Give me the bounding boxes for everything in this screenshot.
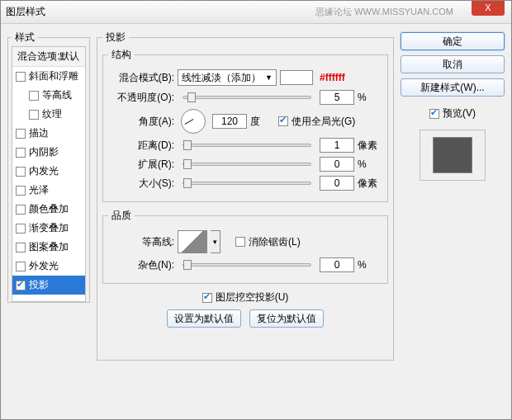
style-checkbox[interactable] xyxy=(16,224,26,234)
preview-swatch xyxy=(433,137,472,173)
style-label: 斜面和浮雕 xyxy=(29,69,78,83)
titlebar[interactable]: 图层样式 思缘论坛 WWW.MISSYUAN.COM X xyxy=(1,1,511,24)
quality-group: 品质 等高线: ▾ 消除锯齿(L) 杂色(N): 0 % xyxy=(102,209,388,284)
distance-slider[interactable] xyxy=(183,144,311,147)
percent-unit3: % xyxy=(358,259,382,271)
style-checkbox[interactable] xyxy=(16,129,26,139)
noise-input[interactable]: 0 xyxy=(320,257,354,272)
cancel-button[interactable]: 取消 xyxy=(401,55,505,73)
blend-mode-combo[interactable]: 线性减淡（添加） ▼ xyxy=(178,69,277,86)
structure-legend: 结构 xyxy=(108,48,135,62)
style-row-11[interactable]: 投影 xyxy=(12,276,85,295)
panel-title: 投影 xyxy=(102,31,129,45)
style-row-5[interactable]: 内发光 xyxy=(12,162,85,181)
knockout-checkbox[interactable] xyxy=(202,293,212,303)
style-list: 混合选项:默认 斜面和浮雕等高线纹理描边内阴影内发光光泽颜色叠加渐变叠加图案叠加… xyxy=(12,46,86,302)
style-checkbox[interactable] xyxy=(16,205,26,215)
ok-button[interactable]: 确定 xyxy=(401,32,505,50)
color-hex: #ffffff xyxy=(320,72,345,83)
spread-slider[interactable] xyxy=(183,163,311,166)
drop-shadow-panel: 投影 结构 混合模式(B): 线性减淡（添加） ▼ #ffffff 不透明度(O… xyxy=(97,31,394,361)
new-style-button[interactable]: 新建样式(W)... xyxy=(401,78,505,97)
set-default-button[interactable]: 设置为默认值 xyxy=(167,309,241,328)
size-input[interactable]: 0 xyxy=(320,176,354,191)
style-checkbox[interactable] xyxy=(16,262,26,271)
layer-style-dialog: 图层样式 思缘论坛 WWW.MISSYUAN.COM X 样式 混合选项:默认 … xyxy=(0,0,512,420)
style-checkbox[interactable] xyxy=(16,186,26,196)
noise-slider[interactable] xyxy=(183,263,311,267)
spread-label: 扩展(R): xyxy=(108,158,174,172)
style-label: 外发光 xyxy=(29,259,59,273)
style-label: 投影 xyxy=(29,278,49,292)
quality-legend: 品质 xyxy=(108,209,135,223)
style-row-7[interactable]: 颜色叠加 xyxy=(12,200,85,219)
distance-input[interactable]: 1 xyxy=(320,138,354,153)
style-checkbox[interactable] xyxy=(16,243,26,252)
style-row-3[interactable]: 描边 xyxy=(12,124,85,143)
angle-input[interactable]: 120 xyxy=(212,114,247,129)
style-label: 内发光 xyxy=(29,164,59,178)
style-label: 纹理 xyxy=(42,107,62,121)
watermark: 思缘论坛 WWW.MISSYUAN.COM xyxy=(315,6,453,18)
contour-label: 等高线: xyxy=(108,235,174,249)
style-row-8[interactable]: 渐变叠加 xyxy=(12,219,85,238)
opacity-label: 不透明度(O): xyxy=(108,91,174,105)
style-label: 颜色叠加 xyxy=(29,202,69,216)
chevron-down-icon: ▼ xyxy=(265,73,273,82)
style-label: 内阴影 xyxy=(29,145,59,159)
size-slider[interactable] xyxy=(183,182,311,185)
contour-arrow[interactable]: ▾ xyxy=(211,230,220,253)
style-row-9[interactable]: 图案叠加 xyxy=(12,238,85,257)
size-label: 大小(S): xyxy=(108,177,174,191)
style-checkbox[interactable] xyxy=(16,72,26,82)
style-checkbox[interactable] xyxy=(29,110,39,120)
antialias-label: 消除锯齿(L) xyxy=(249,235,301,249)
blend-mode-label: 混合模式(B): xyxy=(108,71,174,85)
global-light-checkbox[interactable] xyxy=(278,116,288,126)
style-checkbox[interactable] xyxy=(29,91,39,101)
knockout-label: 图层挖空投影(U) xyxy=(216,290,289,304)
blend-mode-value: 线性减淡（添加） xyxy=(182,71,261,85)
style-row-4[interactable]: 内阴影 xyxy=(12,143,85,162)
global-light-label: 使用全局光(G) xyxy=(292,115,355,129)
contour-picker[interactable] xyxy=(178,230,207,253)
spread-input[interactable]: 0 xyxy=(320,157,354,172)
style-row-1[interactable]: 等高线 xyxy=(12,86,85,105)
style-row-2[interactable]: 纹理 xyxy=(12,105,85,124)
blend-defaults[interactable]: 混合选项:默认 xyxy=(12,47,85,67)
opacity-slider[interactable] xyxy=(183,96,311,99)
angle-unit: 度 xyxy=(250,115,275,129)
style-label: 描边 xyxy=(29,126,49,140)
distance-label: 距离(D): xyxy=(108,139,174,153)
style-row-0[interactable]: 斜面和浮雕 xyxy=(12,67,85,86)
close-button[interactable]: X xyxy=(472,1,505,16)
preview-checkbox[interactable] xyxy=(429,109,439,119)
structure-group: 结构 混合模式(B): 线性减淡（添加） ▼ #ffffff 不透明度(O): xyxy=(102,48,388,202)
style-label: 等高线 xyxy=(42,88,72,102)
percent-unit: % xyxy=(358,92,382,103)
reset-default-button[interactable]: 复位为默认值 xyxy=(249,309,324,328)
style-checkbox[interactable] xyxy=(16,167,26,177)
angle-label: 角度(A): xyxy=(108,115,174,129)
pixel-unit: 像素 xyxy=(358,139,382,153)
opacity-input[interactable]: 5 xyxy=(320,90,354,105)
pixel-unit2: 像素 xyxy=(358,177,382,191)
styles-legend: 样式 xyxy=(12,31,38,45)
style-label: 光泽 xyxy=(29,183,49,197)
style-row-10[interactable]: 外发光 xyxy=(12,257,85,276)
noise-label: 杂色(N): xyxy=(108,258,174,272)
style-label: 图案叠加 xyxy=(29,240,69,254)
style-checkbox[interactable] xyxy=(16,148,26,158)
preview-box xyxy=(420,130,486,181)
style-label: 渐变叠加 xyxy=(29,221,69,235)
style-row-6[interactable]: 光泽 xyxy=(12,181,85,200)
preview-label: 预览(V) xyxy=(443,106,476,120)
style-checkbox[interactable] xyxy=(16,281,26,290)
percent-unit2: % xyxy=(358,158,382,170)
antialias-checkbox[interactable] xyxy=(235,237,245,247)
angle-dial[interactable] xyxy=(181,109,206,134)
color-swatch[interactable] xyxy=(280,70,313,85)
styles-fieldset: 样式 混合选项:默认 斜面和浮雕等高线纹理描边内阴影内发光光泽颜色叠加渐变叠加图… xyxy=(7,31,90,303)
